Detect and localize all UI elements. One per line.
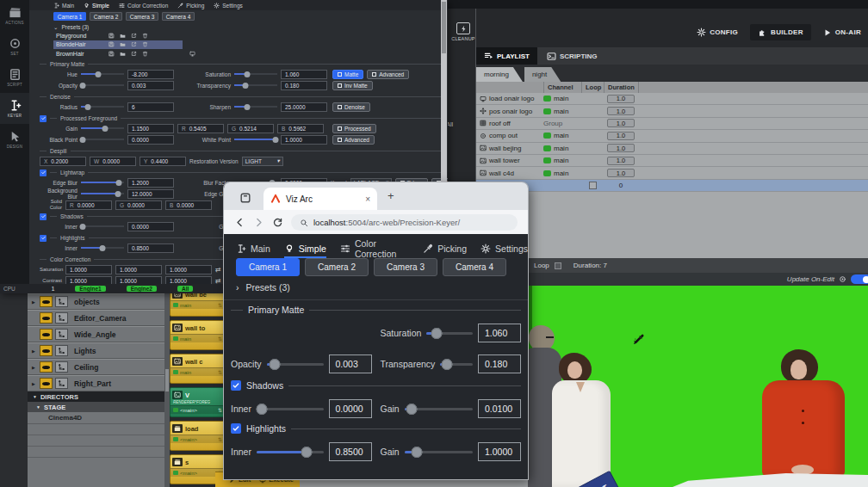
engine-badge[interactable]: Engine1 xyxy=(75,286,105,292)
slider[interactable] xyxy=(81,84,124,86)
duration-field[interactable]: 1.0 xyxy=(607,144,635,152)
duration-field[interactable]: 1.0 xyxy=(607,95,635,103)
advanced-button[interactable]: Advanced xyxy=(332,135,375,145)
web-tab-simple[interactable]: Simple xyxy=(284,239,326,258)
slider[interactable] xyxy=(234,73,277,75)
action-card[interactable]: load<main>⇅ xyxy=(170,421,226,451)
sidebar-item-design[interactable]: DESIGN xyxy=(0,124,29,155)
axis-icon[interactable] xyxy=(55,345,68,356)
playlist-row[interactable]: load onair logomain1.0 xyxy=(476,93,868,105)
value-field[interactable]: W0.0000 xyxy=(90,157,136,166)
denoise-button[interactable]: Denoise xyxy=(332,102,370,112)
keyer-tab-simple[interactable]: Simple xyxy=(84,3,109,9)
value-field[interactable]: 1.0000 xyxy=(165,265,212,274)
playlist-row[interactable]: comp outmain1.0 xyxy=(476,130,868,142)
tree-row[interactable]: ▶objects xyxy=(28,293,170,310)
visibility-eye-icon[interactable] xyxy=(40,361,53,373)
sidebar-item-script[interactable]: SCRIPT xyxy=(0,62,29,93)
value-field[interactable]: G0.0000 xyxy=(115,200,162,210)
keyer-tab-main[interactable]: Main xyxy=(53,3,74,9)
on-air-button[interactable]: ON-AIR xyxy=(823,28,861,37)
tree-group-directors[interactable]: ▼DIRECTORS xyxy=(28,391,170,402)
action-card[interactable]: wall cmain⇅ xyxy=(170,354,226,384)
tree-row[interactable]: ▶Lights xyxy=(28,342,170,359)
slider[interactable] xyxy=(81,127,124,129)
slider[interactable] xyxy=(234,139,277,140)
preset-row[interactable]: BlondeHair xyxy=(53,40,183,50)
value-field[interactable]: 1.0000 xyxy=(478,442,521,461)
camera-button[interactable]: Camera 1 xyxy=(236,258,300,276)
value-field[interactable]: 12.0000 xyxy=(127,189,174,199)
value-field[interactable]: 0.0000 xyxy=(329,399,372,418)
playlist-row[interactable]: roof offGroup1.0 xyxy=(476,118,868,130)
web-tab-main[interactable]: Main xyxy=(236,239,270,258)
presets-header[interactable]: ⌄Presets (3) xyxy=(53,23,448,31)
link-icon[interactable]: ⇄ xyxy=(215,266,221,274)
value-field[interactable]: 1.060 xyxy=(478,324,521,342)
section-checkbox[interactable] xyxy=(40,170,46,176)
camera-button[interactable]: Camera 3 xyxy=(374,258,437,276)
value-field[interactable]: 1.0000 xyxy=(65,276,112,285)
forward-icon[interactable] xyxy=(253,214,264,230)
playlist-row[interactable]: wall c4dmain1.0 xyxy=(476,167,868,179)
slider[interactable] xyxy=(405,408,473,410)
web-tab-picking[interactable]: Picking xyxy=(423,239,467,258)
value-field[interactable]: 1.1500 xyxy=(127,124,174,133)
camera-button[interactable]: Camera 1 xyxy=(53,12,86,21)
preset-row[interactable]: Playground xyxy=(53,31,183,40)
page-tab-night[interactable]: night xyxy=(524,67,561,82)
slider[interactable] xyxy=(81,139,124,140)
value-field[interactable]: 0.180 xyxy=(281,81,327,90)
processed-button[interactable]: Processed xyxy=(332,124,376,133)
dropdown[interactable]: LIGHT▾ xyxy=(242,157,283,166)
tree-row[interactable]: Wide_Angle xyxy=(28,326,170,342)
tab-scripting[interactable]: SCRIPTING xyxy=(539,47,605,65)
playlist-row[interactable]: wall towermain1.0 xyxy=(476,155,868,167)
value-field[interactable]: 1.0000 xyxy=(165,276,212,285)
visibility-eye-icon[interactable] xyxy=(40,312,53,324)
value-field[interactable]: X0.2000 xyxy=(40,157,86,166)
value-field[interactable]: Y0.4400 xyxy=(140,157,186,166)
value-field[interactable]: 0.0000 xyxy=(127,135,174,145)
tree-group-stage[interactable]: ▼STAGE xyxy=(28,402,170,412)
keyer-tab-picking[interactable]: Picking xyxy=(177,3,204,9)
value-field[interactable]: 0.180 xyxy=(478,354,521,373)
value-field[interactable]: B0.5962 xyxy=(277,124,324,133)
slider[interactable] xyxy=(267,363,324,366)
sidebar-item-set[interactable]: SET xyxy=(0,31,29,62)
engine-badge[interactable]: All xyxy=(177,286,193,292)
loop-checkbox[interactable] xyxy=(589,182,597,189)
config-button[interactable]: CONFIG xyxy=(697,28,738,37)
matte-button[interactable]: Matte xyxy=(332,70,363,79)
slider[interactable] xyxy=(81,73,124,75)
value-field[interactable]: 6 xyxy=(127,102,174,112)
tree-row[interactable]: ▶Right_Part xyxy=(28,375,170,391)
value-field[interactable]: R0.0000 xyxy=(65,200,112,210)
back-icon[interactable] xyxy=(234,214,245,230)
tree-row[interactable]: Editor_Camera xyxy=(28,310,170,326)
action-card[interactable]: wall tomain⇅ xyxy=(170,320,226,350)
duration-field[interactable]: 1.0 xyxy=(607,157,635,165)
value-field[interactable]: 0.8500 xyxy=(329,442,372,461)
cleanup-button[interactable]: CLEANUP xyxy=(448,22,479,41)
section-checkbox[interactable] xyxy=(40,213,46,220)
tab-playlist[interactable]: PLAYLIST xyxy=(476,47,537,65)
section-checkbox[interactable] xyxy=(40,235,46,242)
visibility-eye-icon[interactable] xyxy=(40,296,53,307)
builder-button[interactable]: BUILDER xyxy=(750,24,811,40)
close-tab-icon[interactable]: × xyxy=(365,194,370,204)
advanced-button[interactable]: Advanced xyxy=(367,70,409,79)
value-field[interactable]: 25.0000 xyxy=(281,102,327,112)
value-field[interactable]: 1.2000 xyxy=(127,178,174,188)
duration-field[interactable]: 1.0 xyxy=(607,169,635,177)
axis-icon[interactable] xyxy=(55,361,68,373)
slider[interactable] xyxy=(81,225,124,227)
slider[interactable] xyxy=(234,84,277,86)
tree-item-engine[interactable]: Cinema4D xyxy=(28,412,170,424)
value-field[interactable]: 0.003 xyxy=(127,81,174,90)
camera-button[interactable]: Camera 2 xyxy=(305,258,369,276)
keyer-tab-settings[interactable]: Settings xyxy=(214,3,243,9)
browser-tab[interactable]: Viz Arc × xyxy=(264,188,377,210)
page-tab-morning[interactable]: morning xyxy=(476,67,523,82)
slider[interactable] xyxy=(257,408,324,410)
